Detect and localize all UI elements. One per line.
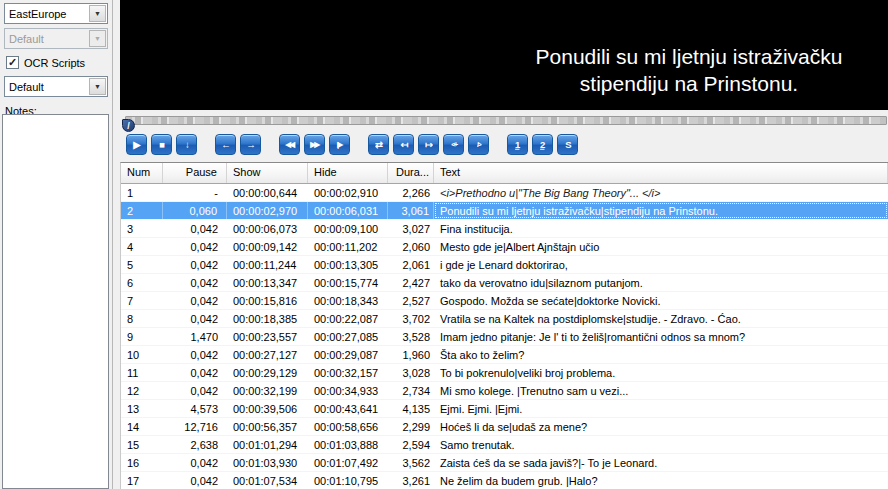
cell-pause: 12,716 <box>163 418 227 435</box>
chevron-down-icon[interactable]: ▼ <box>89 5 106 22</box>
ocr-script-select[interactable]: Default ▼ <box>4 76 108 97</box>
stop-and-return-button[interactable]: ↓ <box>176 134 197 155</box>
cell-dur: 2,060 <box>388 238 434 255</box>
cell-dur: 3,562 <box>388 454 434 471</box>
cell-show: 00:00:00,644 <box>227 184 308 201</box>
style-select-value: Default <box>5 33 88 45</box>
subtitle-row-4[interactable]: 40,04200:00:09,14200:00:11,2022,060Mesto… <box>121 238 888 256</box>
subtitle-row-8[interactable]: 80,04200:00:18,38500:00:22,0873,702Vrati… <box>121 310 888 328</box>
cell-num: 17 <box>121 472 163 489</box>
rewind-button[interactable]: ◀◀ <box>279 134 300 155</box>
subtitle-grid-header: NumPauseShowHideDura...Text <box>121 163 888 184</box>
cell-num: 11 <box>121 364 163 381</box>
subtitle-row-10[interactable]: 100,04200:00:27,12700:00:29,0871,960Šta … <box>121 346 888 364</box>
cell-pause: 0,042 <box>163 472 227 489</box>
play-button[interactable]: ▶ <box>126 134 147 155</box>
subtitle-row-11[interactable]: 110,04200:00:29,12900:00:32,1573,028To b… <box>121 364 888 382</box>
subtitle-row-17[interactable]: 170,04200:01:07,53400:01:10,7953,261Ne ž… <box>121 472 888 489</box>
column-header-pause[interactable]: Pause <box>163 163 227 183</box>
cell-hide: 00:00:58,656 <box>308 418 388 435</box>
cell-dur: 2,266 <box>388 184 434 201</box>
cell-show: 00:00:56,357 <box>227 418 308 435</box>
cell-num: 1 <box>121 184 163 201</box>
cell-text: Ejmi. Ejmi. |Ejmi. <box>434 400 888 417</box>
subtitle-row-3[interactable]: 30,04200:00:06,07300:00:09,1003,027Fina … <box>121 220 888 238</box>
cell-text: Šta ako to želim? <box>434 346 888 363</box>
cell-dur: 3,261 <box>388 472 434 489</box>
cell-hide: 00:00:11,202 <box>308 238 388 255</box>
column-header-dur[interactable]: Dura... <box>388 163 434 183</box>
dictionary-select[interactable]: EastEurope ▼ <box>4 3 108 24</box>
seek-slider-track[interactable] <box>125 116 887 125</box>
cell-num: 9 <box>121 328 163 345</box>
set-start-end-button[interactable]: ⇄ <box>368 134 389 155</box>
cell-dur: 4,135 <box>388 400 434 417</box>
column-header-num[interactable]: Num <box>121 163 163 183</box>
cell-text: To bi pokrenulo|veliki broj problema. <box>434 364 888 381</box>
notes-textarea[interactable] <box>2 114 109 489</box>
set-end-button-icon: ↦ <box>425 139 432 149</box>
subtitle-row-14[interactable]: 1412,71600:00:56,35700:00:58,6562,299Hoć… <box>121 418 888 436</box>
cell-text: Mi smo kolege. |Trenutno sam u vezi... <box>434 382 888 399</box>
subtitle-mode-button[interactable]: S <box>557 134 578 155</box>
split-subtitle-button[interactable]: /> <box>468 134 489 155</box>
set-start-end-button-icon: ⇄ <box>375 139 382 149</box>
cell-hide: 00:00:06,031 <box>308 202 388 219</box>
cell-num: 6 <box>121 274 163 291</box>
cell-hide: 00:00:15,774 <box>308 274 388 291</box>
cell-text: Hoćeš li da se|udaš za mene? <box>434 418 888 435</box>
stop-button[interactable]: ■ <box>151 134 172 155</box>
dictionary-select-value: EastEurope <box>5 8 88 20</box>
cell-show: 00:00:23,557 <box>227 328 308 345</box>
column-header-show[interactable]: Show <box>227 163 308 183</box>
cell-show: 00:00:32,199 <box>227 382 308 399</box>
cell-hide: 00:00:09,100 <box>308 220 388 237</box>
subtitle-row-1[interactable]: 1-00:00:00,64400:00:02,9102,266<i>Pretho… <box>121 184 888 202</box>
play-from-position-button-icon: |▶ <box>337 140 341 149</box>
cell-num: 10 <box>121 346 163 363</box>
ocr-scripts-checkbox-row[interactable]: ✓ OCR Scripts <box>6 56 108 69</box>
insert-subtitle-button[interactable]: <+ <box>443 134 464 155</box>
cell-show: 00:00:39,506 <box>227 400 308 417</box>
seek-back-button[interactable]: ← <box>215 134 236 155</box>
screen-2-button[interactable]: 2 <box>532 134 553 155</box>
set-start-button[interactable]: ↤ <box>393 134 414 155</box>
cell-hide: 00:00:22,087 <box>308 310 388 327</box>
cell-show: 00:00:06,073 <box>227 220 308 237</box>
cell-pause: 0,042 <box>163 238 227 255</box>
subtitle-row-15[interactable]: 152,63800:01:01,29400:01:03,8882,594Samo… <box>121 436 888 454</box>
checkbox-checked-icon[interactable]: ✓ <box>6 56 19 69</box>
cell-dur: 2,527 <box>388 292 434 309</box>
seek-back-button-icon: ← <box>221 139 230 149</box>
column-header-hide[interactable]: Hide <box>308 163 388 183</box>
cell-num: 15 <box>121 436 163 453</box>
cell-show: 00:00:13,347 <box>227 274 308 291</box>
cell-pause: 0,060 <box>163 202 227 219</box>
subtitle-row-12[interactable]: 120,04200:00:32,19900:00:34,9332,734Mi s… <box>121 382 888 400</box>
cell-text: Mesto gde je|Albert Ajnštajn učio <box>434 238 888 255</box>
insert-subtitle-button-icon: <+ <box>451 140 456 149</box>
subtitle-row-13[interactable]: 134,57300:00:39,50600:00:43,6414,135Ejmi… <box>121 400 888 418</box>
column-header-text[interactable]: Text <box>434 163 888 183</box>
play-from-position-button[interactable]: |▶ <box>329 134 350 155</box>
subtitle-row-9[interactable]: 91,47000:00:23,55700:00:27,0853,528Imam … <box>121 328 888 346</box>
cell-show: 00:00:27,127 <box>227 346 308 363</box>
seek-slider-thumb[interactable]: / <box>122 119 135 132</box>
cell-num: 2 <box>121 202 163 219</box>
cell-hide: 00:01:10,795 <box>308 472 388 489</box>
chevron-down-icon[interactable]: ▼ <box>89 78 106 95</box>
screen-1-button-icon: 1 <box>515 139 519 149</box>
seek-forward-button[interactable]: → <box>240 134 261 155</box>
subtitle-row-6[interactable]: 60,04200:00:13,34700:00:15,7742,427tako … <box>121 274 888 292</box>
video-preview[interactable]: Ponudili su mi ljetnju istraživačku stip… <box>120 0 888 110</box>
cell-show: 00:01:07,534 <box>227 472 308 489</box>
screen-1-button[interactable]: 1 <box>507 134 528 155</box>
subtitle-row-7[interactable]: 70,04200:00:15,81600:00:18,3432,527Gospo… <box>121 292 888 310</box>
subtitle-row-5[interactable]: 50,04200:00:11,24400:00:13,3052,061i gde… <box>121 256 888 274</box>
fast-forward-button[interactable]: ▶▶ <box>304 134 325 155</box>
style-select[interactable]: Default ▼ <box>4 28 108 49</box>
subtitle-row-16[interactable]: 160,04200:01:03,93000:01:07,4923,562Zais… <box>121 454 888 472</box>
subtitle-row-2[interactable]: 20,06000:00:02,97000:00:06,0313,061Ponud… <box>121 202 888 220</box>
set-end-button[interactable]: ↦ <box>418 134 439 155</box>
subtitle-mode-button-icon: S <box>565 139 570 149</box>
